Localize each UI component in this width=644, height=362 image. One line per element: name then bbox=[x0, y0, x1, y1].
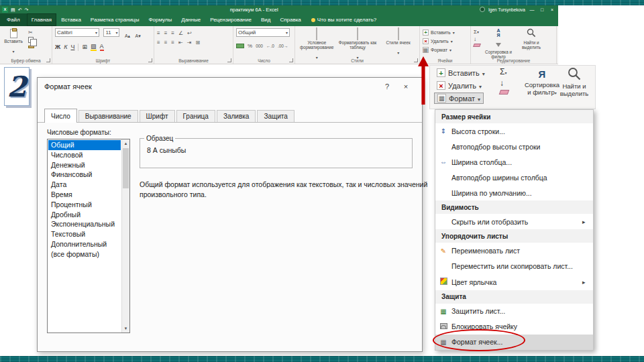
align-middle-icon[interactable]: ≡ bbox=[164, 30, 168, 36]
bold-button[interactable]: Ж bbox=[55, 44, 60, 50]
font-size-combobox[interactable]: 11 bbox=[103, 28, 119, 37]
ribbon-tab-Рецензирование[interactable]: Рецензирование bbox=[205, 13, 256, 26]
find-select-button[interactable]: Найти и выделить bbox=[517, 28, 546, 56]
cut-icon[interactable]: ✂ bbox=[28, 29, 34, 36]
font-color-icon[interactable]: А bbox=[100, 43, 104, 51]
format-cells-menu-button[interactable]: ▦ Формат bbox=[423, 46, 468, 54]
align-right-icon[interactable]: ≡ bbox=[171, 40, 174, 46]
excel-app-icon[interactable]: X bbox=[2, 7, 8, 13]
ribbon-tab-Формулы[interactable]: Формулы bbox=[144, 13, 176, 26]
ribbon-tab-Данные[interactable]: Данные bbox=[176, 13, 205, 26]
avatar[interactable] bbox=[480, 7, 485, 12]
ribbon-tab-Главная[interactable]: Главная bbox=[27, 13, 56, 26]
paste-button[interactable]: Вставить bbox=[3, 28, 24, 56]
format-option[interactable]: Дата bbox=[48, 180, 121, 190]
scroll-down-icon[interactable] bbox=[122, 324, 129, 333]
delete-button-large[interactable]: × Удалить bbox=[434, 80, 484, 91]
dialog-tab-Шрифт[interactable]: Шрифт bbox=[140, 110, 175, 122]
listbox-scrollbar[interactable] bbox=[121, 139, 129, 333]
save-icon[interactable]: ▤ bbox=[11, 7, 15, 13]
format-option[interactable]: Числовой bbox=[48, 150, 121, 160]
format-as-table-button[interactable]: Форматировать как таблицу bbox=[339, 28, 377, 56]
menu-item[interactable]: ⇔Ширина столбца... bbox=[435, 154, 593, 170]
format-button-large[interactable]: ▦ Формат bbox=[434, 93, 484, 104]
dialog-titlebar[interactable]: Формат ячеек ? × bbox=[38, 78, 422, 95]
clear-button[interactable] bbox=[499, 90, 510, 95]
menu-item[interactable]: Ширина по умолчанию... bbox=[435, 185, 593, 200]
insert-cells-button[interactable]: + Вставить bbox=[423, 28, 468, 37]
ribbon-tab-Файл[interactable]: Файл bbox=[0, 13, 27, 26]
minimize-button[interactable]: — bbox=[529, 7, 535, 12]
menu-item[interactable]: Цвет ярлычка▸ bbox=[435, 274, 593, 290]
clear-icon[interactable] bbox=[473, 44, 481, 47]
fill-icon[interactable]: ↓ bbox=[474, 36, 480, 42]
ribbon-tab-Разметка страницы[interactable]: Разметка страницы bbox=[86, 13, 144, 26]
menu-item[interactable]: Автоподбор ширины столбца bbox=[435, 170, 593, 185]
percent-icon[interactable]: % bbox=[248, 43, 252, 49]
borders-icon[interactable]: ⊞ bbox=[82, 44, 87, 50]
align-center-icon[interactable]: ≡ bbox=[164, 40, 168, 46]
copy-icon[interactable] bbox=[28, 37, 34, 43]
ribbon-tab-Вид[interactable]: Вид bbox=[256, 13, 275, 26]
insert-button-large[interactable]: + Вставить bbox=[434, 67, 488, 78]
tell-me-box[interactable]: Что вы хотите сделать? bbox=[306, 13, 382, 26]
cell-styles-button[interactable]: Стили ячеек bbox=[379, 28, 417, 56]
dialog-launcher-icon[interactable] bbox=[289, 58, 293, 62]
menu-item[interactable]: Скрыть или отобразить▸ bbox=[435, 214, 593, 229]
format-listbox[interactable]: ОбщийЧисловойДенежныйФинансовыйДатаВремя… bbox=[47, 139, 130, 333]
font-name-combobox[interactable]: Calibri bbox=[55, 28, 99, 37]
menu-item[interactable]: ⇕Высота строки... bbox=[435, 123, 593, 139]
menu-item[interactable]: Переместить или скопировать лист... bbox=[435, 259, 593, 274]
grow-font-icon[interactable]: А▴ bbox=[125, 34, 130, 38]
comma-style-icon[interactable]: 000 bbox=[256, 44, 263, 48]
format-option[interactable]: Общий bbox=[48, 140, 121, 150]
close-button[interactable]: × bbox=[549, 7, 555, 12]
decrease-decimal-icon[interactable]: .00→ bbox=[278, 44, 288, 48]
dialog-tab-Защита[interactable]: Защита bbox=[257, 110, 294, 122]
scrollbar-thumb[interactable] bbox=[123, 148, 129, 188]
format-option[interactable]: (все форматы) bbox=[48, 249, 121, 259]
format-option[interactable]: Дополнительный bbox=[48, 239, 121, 249]
number-format-combobox[interactable]: Общий bbox=[236, 28, 290, 37]
help-button[interactable]: ? bbox=[378, 82, 396, 90]
conditional-formatting-button[interactable]: Условное форматирование bbox=[298, 28, 336, 56]
align-top-icon[interactable]: ≡ bbox=[157, 30, 160, 36]
format-option[interactable]: Финансовый bbox=[48, 170, 121, 180]
increase-decimal-icon[interactable]: ←.0 bbox=[266, 44, 274, 48]
format-option[interactable]: Текстовый bbox=[48, 229, 121, 239]
merge-center-icon[interactable]: ⊞ bbox=[195, 40, 200, 46]
autosum-button[interactable]: Σ bbox=[500, 67, 508, 76]
decrease-indent-icon[interactable]: ⇤ bbox=[178, 40, 183, 46]
find-select-button-large[interactable]: Найти и выделить bbox=[552, 67, 596, 97]
dialog-tab-Число[interactable]: Число bbox=[44, 109, 77, 123]
format-option[interactable]: Время bbox=[48, 190, 121, 200]
sort-filter-button[interactable]: АЯ Сортировка и фильтр bbox=[484, 28, 513, 56]
dialog-tab-Заливка[interactable]: Заливка bbox=[217, 110, 256, 122]
dialog-launcher-icon[interactable] bbox=[46, 58, 50, 62]
format-option[interactable]: Процентный bbox=[48, 200, 121, 210]
dialog-tab-Выравнивание[interactable]: Выравнивание bbox=[78, 110, 138, 122]
increase-indent-icon[interactable]: ⇥ bbox=[187, 40, 192, 46]
italic-button[interactable]: К bbox=[64, 44, 67, 50]
autosum-icon[interactable]: Σ bbox=[474, 29, 480, 35]
shrink-font-icon[interactable]: А▾ bbox=[136, 34, 141, 38]
format-option[interactable]: Экспоненциальный bbox=[48, 219, 121, 229]
restore-button[interactable]: □ bbox=[539, 7, 545, 12]
menu-item[interactable]: Автоподбор высоты строки bbox=[435, 139, 593, 154]
currency-icon[interactable] bbox=[236, 44, 244, 48]
underline-button[interactable]: Ч bbox=[70, 44, 74, 50]
align-left-icon[interactable]: ≡ bbox=[157, 40, 160, 46]
menu-item[interactable]: ✎Переименовать лист bbox=[435, 243, 593, 258]
dialog-tab-Граница[interactable]: Граница bbox=[176, 110, 215, 122]
dialog-launcher-icon[interactable] bbox=[227, 58, 231, 62]
fill-button[interactable]: ↓ bbox=[500, 78, 508, 88]
menu-item[interactable]: ▦Защитить лист... bbox=[435, 304, 593, 319]
wrap-text-icon[interactable]: ↩ bbox=[187, 30, 192, 36]
align-bottom-icon[interactable]: ≡ bbox=[171, 30, 174, 36]
format-option[interactable]: Дробный bbox=[48, 210, 121, 220]
scroll-up-icon[interactable] bbox=[122, 139, 129, 147]
format-option[interactable]: Денежный bbox=[48, 160, 121, 170]
dialog-close-button[interactable]: × bbox=[396, 82, 415, 90]
fill-color-icon[interactable]: ▨ bbox=[91, 43, 97, 51]
dialog-launcher-icon[interactable] bbox=[148, 58, 152, 62]
